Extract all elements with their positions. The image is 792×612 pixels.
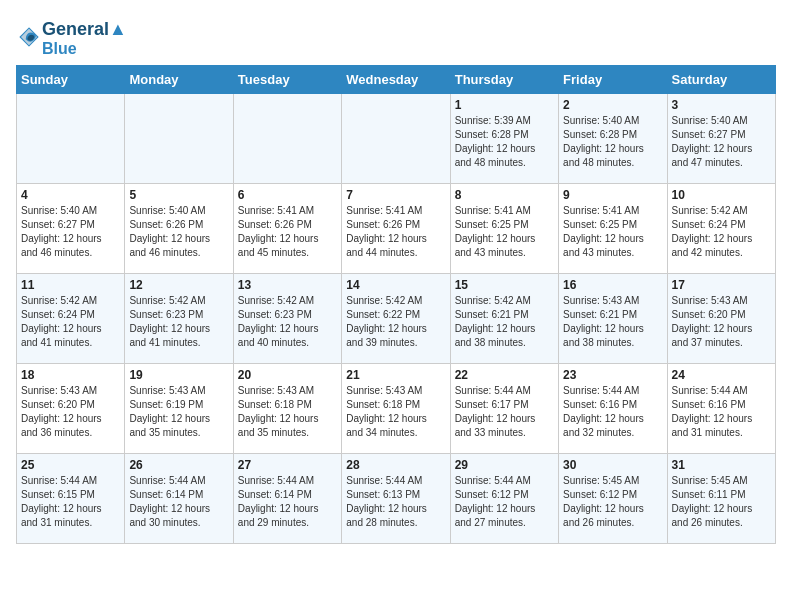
cell-info: Sunrise: 5:44 AM Sunset: 6:16 PM Dayligh… xyxy=(563,384,662,440)
cell-info: Sunrise: 5:43 AM Sunset: 6:20 PM Dayligh… xyxy=(672,294,771,350)
cell-info: Sunrise: 5:42 AM Sunset: 6:23 PM Dayligh… xyxy=(129,294,228,350)
calendar-table: SundayMondayTuesdayWednesdayThursdayFrid… xyxy=(16,65,776,544)
cell-info: Sunrise: 5:40 AM Sunset: 6:26 PM Dayligh… xyxy=(129,204,228,260)
calendar-cell xyxy=(17,94,125,184)
col-header-thursday: Thursday xyxy=(450,66,558,94)
day-number: 6 xyxy=(238,188,337,202)
col-header-saturday: Saturday xyxy=(667,66,775,94)
cell-info: Sunrise: 5:44 AM Sunset: 6:14 PM Dayligh… xyxy=(238,474,337,530)
cell-info: Sunrise: 5:40 AM Sunset: 6:27 PM Dayligh… xyxy=(21,204,120,260)
cell-info: Sunrise: 5:44 AM Sunset: 6:16 PM Dayligh… xyxy=(672,384,771,440)
cell-info: Sunrise: 5:44 AM Sunset: 6:14 PM Dayligh… xyxy=(129,474,228,530)
cell-info: Sunrise: 5:42 AM Sunset: 6:23 PM Dayligh… xyxy=(238,294,337,350)
calendar-week-5: 25Sunrise: 5:44 AM Sunset: 6:15 PM Dayli… xyxy=(17,454,776,544)
calendar-cell: 15Sunrise: 5:42 AM Sunset: 6:21 PM Dayli… xyxy=(450,274,558,364)
col-header-wednesday: Wednesday xyxy=(342,66,450,94)
calendar-cell: 12Sunrise: 5:42 AM Sunset: 6:23 PM Dayli… xyxy=(125,274,233,364)
cell-info: Sunrise: 5:42 AM Sunset: 6:22 PM Dayligh… xyxy=(346,294,445,350)
calendar-cell: 4Sunrise: 5:40 AM Sunset: 6:27 PM Daylig… xyxy=(17,184,125,274)
cell-info: Sunrise: 5:44 AM Sunset: 6:12 PM Dayligh… xyxy=(455,474,554,530)
col-header-monday: Monday xyxy=(125,66,233,94)
calendar-cell: 6Sunrise: 5:41 AM Sunset: 6:26 PM Daylig… xyxy=(233,184,341,274)
day-number: 7 xyxy=(346,188,445,202)
calendar-week-1: 1Sunrise: 5:39 AM Sunset: 6:28 PM Daylig… xyxy=(17,94,776,184)
calendar-week-2: 4Sunrise: 5:40 AM Sunset: 6:27 PM Daylig… xyxy=(17,184,776,274)
calendar-cell: 27Sunrise: 5:44 AM Sunset: 6:14 PM Dayli… xyxy=(233,454,341,544)
cell-info: Sunrise: 5:42 AM Sunset: 6:24 PM Dayligh… xyxy=(21,294,120,350)
logo-icon xyxy=(18,26,40,48)
day-number: 25 xyxy=(21,458,120,472)
calendar-cell: 11Sunrise: 5:42 AM Sunset: 6:24 PM Dayli… xyxy=(17,274,125,364)
cell-info: Sunrise: 5:41 AM Sunset: 6:26 PM Dayligh… xyxy=(238,204,337,260)
day-number: 30 xyxy=(563,458,662,472)
day-number: 10 xyxy=(672,188,771,202)
day-number: 20 xyxy=(238,368,337,382)
logo-text-line1: General▲ xyxy=(42,20,127,40)
day-number: 16 xyxy=(563,278,662,292)
day-number: 28 xyxy=(346,458,445,472)
day-number: 13 xyxy=(238,278,337,292)
day-number: 29 xyxy=(455,458,554,472)
cell-info: Sunrise: 5:41 AM Sunset: 6:25 PM Dayligh… xyxy=(455,204,554,260)
day-number: 26 xyxy=(129,458,228,472)
calendar-cell xyxy=(125,94,233,184)
col-header-sunday: Sunday xyxy=(17,66,125,94)
calendar-cell: 26Sunrise: 5:44 AM Sunset: 6:14 PM Dayli… xyxy=(125,454,233,544)
calendar-cell: 21Sunrise: 5:43 AM Sunset: 6:18 PM Dayli… xyxy=(342,364,450,454)
day-number: 9 xyxy=(563,188,662,202)
cell-info: Sunrise: 5:43 AM Sunset: 6:18 PM Dayligh… xyxy=(238,384,337,440)
day-number: 2 xyxy=(563,98,662,112)
col-header-friday: Friday xyxy=(559,66,667,94)
cell-info: Sunrise: 5:43 AM Sunset: 6:21 PM Dayligh… xyxy=(563,294,662,350)
cell-info: Sunrise: 5:42 AM Sunset: 6:21 PM Dayligh… xyxy=(455,294,554,350)
calendar-cell: 19Sunrise: 5:43 AM Sunset: 6:19 PM Dayli… xyxy=(125,364,233,454)
calendar-week-3: 11Sunrise: 5:42 AM Sunset: 6:24 PM Dayli… xyxy=(17,274,776,364)
cell-info: Sunrise: 5:39 AM Sunset: 6:28 PM Dayligh… xyxy=(455,114,554,170)
cell-info: Sunrise: 5:40 AM Sunset: 6:27 PM Dayligh… xyxy=(672,114,771,170)
header: General▲ Blue xyxy=(16,16,776,57)
day-number: 19 xyxy=(129,368,228,382)
day-number: 22 xyxy=(455,368,554,382)
cell-info: Sunrise: 5:44 AM Sunset: 6:17 PM Dayligh… xyxy=(455,384,554,440)
calendar-cell: 10Sunrise: 5:42 AM Sunset: 6:24 PM Dayli… xyxy=(667,184,775,274)
day-number: 5 xyxy=(129,188,228,202)
day-number: 31 xyxy=(672,458,771,472)
cell-info: Sunrise: 5:44 AM Sunset: 6:15 PM Dayligh… xyxy=(21,474,120,530)
calendar-cell: 9Sunrise: 5:41 AM Sunset: 6:25 PM Daylig… xyxy=(559,184,667,274)
calendar-cell: 31Sunrise: 5:45 AM Sunset: 6:11 PM Dayli… xyxy=(667,454,775,544)
cell-info: Sunrise: 5:45 AM Sunset: 6:12 PM Dayligh… xyxy=(563,474,662,530)
calendar-cell: 14Sunrise: 5:42 AM Sunset: 6:22 PM Dayli… xyxy=(342,274,450,364)
day-number: 12 xyxy=(129,278,228,292)
calendar-cell: 13Sunrise: 5:42 AM Sunset: 6:23 PM Dayli… xyxy=(233,274,341,364)
day-number: 24 xyxy=(672,368,771,382)
calendar-cell: 8Sunrise: 5:41 AM Sunset: 6:25 PM Daylig… xyxy=(450,184,558,274)
calendar-cell: 20Sunrise: 5:43 AM Sunset: 6:18 PM Dayli… xyxy=(233,364,341,454)
calendar-cell: 28Sunrise: 5:44 AM Sunset: 6:13 PM Dayli… xyxy=(342,454,450,544)
calendar-cell: 30Sunrise: 5:45 AM Sunset: 6:12 PM Dayli… xyxy=(559,454,667,544)
cell-info: Sunrise: 5:43 AM Sunset: 6:20 PM Dayligh… xyxy=(21,384,120,440)
day-number: 14 xyxy=(346,278,445,292)
day-number: 1 xyxy=(455,98,554,112)
calendar-cell: 18Sunrise: 5:43 AM Sunset: 6:20 PM Dayli… xyxy=(17,364,125,454)
cell-info: Sunrise: 5:45 AM Sunset: 6:11 PM Dayligh… xyxy=(672,474,771,530)
cell-info: Sunrise: 5:42 AM Sunset: 6:24 PM Dayligh… xyxy=(672,204,771,260)
calendar-cell: 7Sunrise: 5:41 AM Sunset: 6:26 PM Daylig… xyxy=(342,184,450,274)
logo: General▲ Blue xyxy=(16,20,127,57)
calendar-cell: 22Sunrise: 5:44 AM Sunset: 6:17 PM Dayli… xyxy=(450,364,558,454)
calendar-cell xyxy=(233,94,341,184)
calendar-cell xyxy=(342,94,450,184)
calendar-cell: 23Sunrise: 5:44 AM Sunset: 6:16 PM Dayli… xyxy=(559,364,667,454)
day-number: 27 xyxy=(238,458,337,472)
day-number: 23 xyxy=(563,368,662,382)
calendar-cell: 1Sunrise: 5:39 AM Sunset: 6:28 PM Daylig… xyxy=(450,94,558,184)
cell-info: Sunrise: 5:43 AM Sunset: 6:19 PM Dayligh… xyxy=(129,384,228,440)
calendar-cell: 3Sunrise: 5:40 AM Sunset: 6:27 PM Daylig… xyxy=(667,94,775,184)
day-number: 15 xyxy=(455,278,554,292)
calendar-cell: 16Sunrise: 5:43 AM Sunset: 6:21 PM Dayli… xyxy=(559,274,667,364)
calendar-week-4: 18Sunrise: 5:43 AM Sunset: 6:20 PM Dayli… xyxy=(17,364,776,454)
calendar-cell: 24Sunrise: 5:44 AM Sunset: 6:16 PM Dayli… xyxy=(667,364,775,454)
col-header-tuesday: Tuesday xyxy=(233,66,341,94)
cell-info: Sunrise: 5:41 AM Sunset: 6:25 PM Dayligh… xyxy=(563,204,662,260)
cell-info: Sunrise: 5:40 AM Sunset: 6:28 PM Dayligh… xyxy=(563,114,662,170)
day-number: 21 xyxy=(346,368,445,382)
